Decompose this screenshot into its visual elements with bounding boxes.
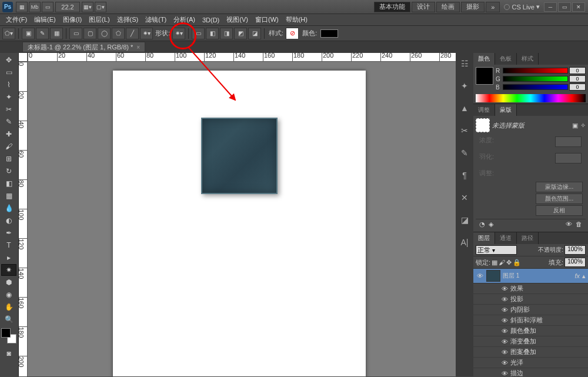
move-tool[interactable]: ✥: [1, 54, 16, 66]
effects-header[interactable]: 👁效果: [473, 283, 588, 294]
b-value[interactable]: 0: [569, 84, 586, 91]
workspace-design[interactable]: 设计: [412, 2, 435, 12]
disable-mask-icon[interactable]: 👁: [566, 221, 572, 228]
blend-mode-select[interactable]: 正常 ▾: [476, 245, 517, 255]
paths-tab[interactable]: 路径: [517, 232, 539, 244]
tool-preset-picker[interactable]: ⬠▾: [2, 28, 15, 39]
brush-panel-icon[interactable]: ✎: [459, 147, 470, 159]
menu-select[interactable]: 选择(S): [113, 15, 142, 24]
fx-pattern-overlay[interactable]: 👁图案叠加: [473, 347, 588, 358]
shape-picker[interactable]: ✷▾: [172, 28, 185, 39]
ellipse-tool-icon[interactable]: ◯: [98, 28, 111, 39]
color-tab[interactable]: 颜色: [473, 53, 495, 65]
menu-file[interactable]: 文件(F): [2, 15, 31, 24]
color-swatch[interactable]: [320, 29, 338, 38]
path-combine-new[interactable]: ▭: [192, 28, 205, 39]
character-panel-icon[interactable]: A|: [459, 236, 470, 248]
quick-mask-button[interactable]: ◙: [1, 348, 16, 359]
load-mask-icon[interactable]: ◔: [479, 221, 485, 228]
zoom-tool[interactable]: 🔍: [1, 313, 16, 325]
fx-satin[interactable]: 👁光泽: [473, 358, 588, 368]
extras-button[interactable]: ▢▾: [95, 2, 106, 12]
g-value[interactable]: 0: [569, 75, 586, 82]
pen-tool[interactable]: ✒: [1, 227, 16, 239]
workspace-photography[interactable]: 摄影: [461, 2, 485, 12]
line-tool-icon[interactable]: ╱: [126, 28, 139, 39]
document-tab[interactable]: 未标题-1 @ 22.2% (图层 1, RGB/8) *×: [22, 42, 145, 52]
cslive-button[interactable]: CS Live▾: [500, 3, 543, 11]
history-brush-tool[interactable]: ↻: [1, 165, 16, 177]
ruler-origin[interactable]: [19, 53, 28, 62]
menu-window[interactable]: 窗口(W): [252, 15, 282, 24]
ruler-vertical[interactable]: 0204060801001201401601802002202402602803…: [19, 62, 28, 376]
canvas[interactable]: [113, 71, 366, 376]
workspace-essentials[interactable]: 基本功能: [374, 2, 410, 12]
path-combine-subtract[interactable]: ◨: [220, 28, 233, 39]
custom-shape-tool[interactable]: ✷: [1, 264, 16, 276]
fx-drop-shadow[interactable]: 👁投影: [473, 294, 588, 305]
polygon-tool-icon[interactable]: ⬠: [112, 28, 125, 39]
fx-inner-shadow[interactable]: 👁内阴影: [473, 305, 588, 315]
lasso-tool[interactable]: ⌇: [1, 79, 16, 91]
dodge-tool[interactable]: ◐: [1, 215, 16, 226]
mask-thumbnail[interactable]: [476, 118, 490, 132]
menu-edit[interactable]: 编辑(E): [31, 15, 59, 24]
navigator-panel-icon[interactable]: ✦: [459, 80, 470, 92]
color-picker[interactable]: [1, 328, 16, 343]
adjustments-tab[interactable]: 调整: [473, 104, 495, 116]
gradient-tool[interactable]: ▦: [1, 190, 16, 202]
fx-gradient-overlay[interactable]: 👁渐变叠加: [473, 336, 588, 347]
swatches-tab[interactable]: 色板: [495, 53, 517, 65]
path-combine-exclude[interactable]: ◪: [248, 28, 261, 39]
menu-image[interactable]: 图像(I): [59, 15, 85, 24]
blur-tool[interactable]: 💧: [1, 202, 16, 214]
eraser-tool[interactable]: ◧: [1, 178, 16, 189]
lock-position-icon[interactable]: ✥: [506, 259, 512, 266]
apply-mask-icon[interactable]: ◈: [489, 221, 493, 228]
minimize-button[interactable]: ─: [544, 2, 557, 12]
actions-panel-icon[interactable]: ✂: [459, 125, 470, 136]
close-button[interactable]: ✕: [572, 2, 585, 12]
type-tool[interactable]: T: [1, 239, 16, 251]
3d-tool[interactable]: ⬢: [1, 276, 16, 288]
path-select-tool[interactable]: ▸: [1, 252, 16, 263]
3d-camera-tool[interactable]: ◉: [1, 289, 16, 301]
fx-stroke[interactable]: 👁描边: [473, 368, 588, 377]
history-panel-icon[interactable]: ☷: [459, 58, 470, 69]
stamp-tool[interactable]: ⊞: [1, 153, 16, 165]
pixel-mask-icon[interactable]: ▣: [572, 122, 578, 129]
menu-3d[interactable]: 3D(D): [199, 16, 223, 24]
maximize-button[interactable]: ▭: [558, 2, 571, 12]
fill-input[interactable]: 100%: [564, 258, 586, 267]
arrange-docs-button[interactable]: ▦▾: [82, 2, 93, 12]
tool-presets-panel-icon[interactable]: ✕: [459, 192, 470, 203]
channels-tab[interactable]: 通道: [495, 232, 517, 244]
styles-tab[interactable]: 样式: [517, 53, 539, 65]
custom-shape-tool-icon[interactable]: ✷▾: [140, 28, 153, 39]
lock-transparency-icon[interactable]: ▦: [492, 259, 497, 266]
launch-bridge-button[interactable]: ▦: [16, 2, 28, 12]
layers-tab[interactable]: 图层: [473, 232, 495, 244]
menu-analysis[interactable]: 分析(A): [170, 15, 199, 24]
lock-all-icon[interactable]: 🔒: [513, 259, 521, 266]
opacity-input[interactable]: 100%: [564, 245, 586, 255]
r-value[interactable]: 0: [569, 67, 586, 74]
fx-color-overlay[interactable]: 👁颜色叠加: [473, 326, 588, 336]
visibility-icon[interactable]: 👁: [476, 272, 484, 279]
masks-tab[interactable]: 蒙版: [495, 104, 517, 116]
fx-bevel[interactable]: 👁斜面和浮雕: [473, 315, 588, 326]
vector-mask-icon[interactable]: ✧: [580, 122, 586, 129]
info-panel-icon[interactable]: ▲: [459, 102, 470, 114]
menu-filter[interactable]: 滤镜(T): [142, 15, 170, 24]
canvas-area[interactable]: 0204060801001201401601802002202402602803…: [19, 53, 456, 376]
paths-button[interactable]: ✎: [36, 28, 49, 39]
shape-layers-button[interactable]: ▣: [22, 28, 35, 39]
rect-tool-icon[interactable]: ▭: [69, 28, 82, 39]
workspace-more[interactable]: »: [486, 2, 500, 12]
mask-edge-button[interactable]: 蒙版边缘...: [536, 182, 583, 192]
mini-bridge-button[interactable]: Mb: [29, 2, 41, 12]
crop-tool[interactable]: ✂: [1, 104, 16, 115]
lock-image-icon[interactable]: 🖌: [499, 259, 505, 266]
marquee-tool[interactable]: ▭: [1, 66, 16, 78]
layers-dock-icon[interactable]: ◪: [459, 214, 470, 226]
